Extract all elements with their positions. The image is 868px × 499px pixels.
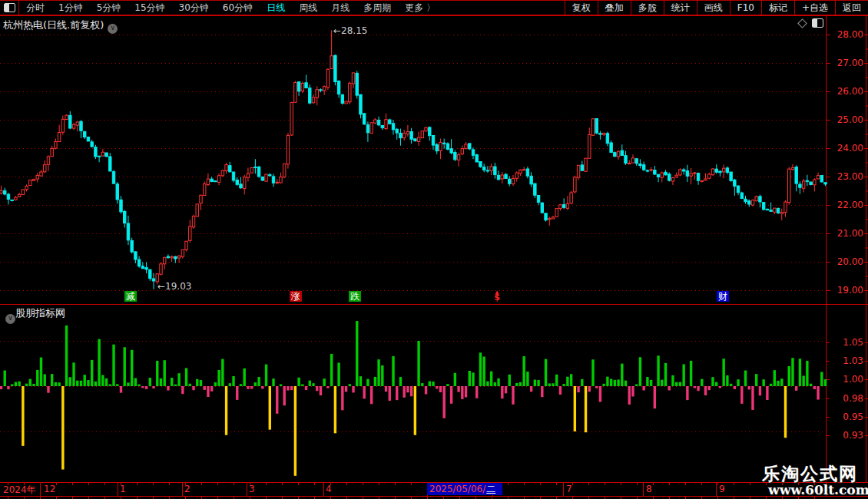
layout-button[interactable] bbox=[0, 1, 19, 15]
toolbar-button-7[interactable]: +自选 bbox=[795, 1, 836, 15]
cursor-date-highlight: 2025/05/06/二 bbox=[427, 483, 502, 495]
indicator-bar bbox=[250, 386, 253, 389]
candle bbox=[671, 178, 674, 181]
candle bbox=[229, 166, 231, 172]
indicator-bar bbox=[399, 377, 402, 386]
indicator-bar bbox=[177, 373, 180, 386]
indicator-bar bbox=[469, 371, 471, 386]
candle bbox=[131, 240, 133, 252]
month-label-8: 8 bbox=[646, 484, 652, 494]
candle bbox=[421, 131, 423, 138]
period-tab-2[interactable]: 5分钟 bbox=[90, 1, 128, 15]
candle bbox=[759, 197, 761, 202]
toolbar-button-1[interactable]: 叠加 bbox=[598, 1, 631, 15]
indicator-bar bbox=[490, 372, 492, 386]
month-label-2: 2 bbox=[184, 484, 190, 494]
indicator-bar bbox=[0, 386, 2, 389]
period-tab-0[interactable]: 分时 bbox=[19, 1, 51, 15]
chevron-down-icon: ∨ bbox=[5, 314, 15, 324]
toolbar-button-4[interactable]: 画线 bbox=[697, 1, 731, 15]
candle bbox=[679, 170, 681, 175]
candle bbox=[726, 168, 728, 173]
marker-$[interactable]: ▲$ bbox=[491, 291, 503, 302]
toolbar-button-2[interactable]: 多股 bbox=[631, 1, 664, 15]
candle bbox=[137, 259, 140, 266]
candle bbox=[715, 169, 717, 172]
candle bbox=[734, 180, 736, 186]
indicator-bar bbox=[196, 379, 198, 386]
split-window-icon[interactable] bbox=[812, 18, 823, 28]
toolbar-button-3[interactable]: 统计 bbox=[664, 1, 697, 15]
period-tab-7[interactable]: 周线 bbox=[292, 1, 324, 15]
indicator-bar bbox=[269, 386, 271, 430]
candle bbox=[297, 82, 300, 91]
period-tab-6[interactable]: 日线 bbox=[260, 1, 292, 15]
indicator-bar bbox=[406, 386, 409, 392]
month-label-1: 1 bbox=[120, 484, 126, 494]
candle bbox=[381, 125, 383, 127]
indicator-bar bbox=[534, 380, 536, 386]
indicator-bar bbox=[356, 321, 358, 386]
indicator-bar bbox=[737, 379, 739, 386]
indicator-bar bbox=[134, 378, 137, 386]
indicator-bar bbox=[18, 382, 20, 386]
indicator-bar bbox=[229, 383, 231, 386]
candle bbox=[494, 167, 496, 175]
candle bbox=[668, 174, 671, 180]
toolbar-button-8[interactable]: 返回 bbox=[836, 1, 868, 15]
indicator-bar bbox=[349, 384, 351, 386]
period-tab-8[interactable]: 月线 bbox=[324, 1, 356, 15]
indicator-bar bbox=[370, 386, 373, 404]
candle bbox=[646, 170, 648, 171]
indicator-bar bbox=[762, 379, 764, 386]
indicator-bar bbox=[675, 382, 678, 386]
chart-corner-icons bbox=[799, 18, 823, 28]
indicator-bar bbox=[442, 386, 445, 418]
toolbar-button-6[interactable]: 标记 bbox=[762, 1, 795, 15]
marker-跌[interactable]: 跌 bbox=[349, 291, 361, 302]
candle bbox=[301, 83, 303, 91]
candle bbox=[152, 279, 154, 281]
month-label-3: 3 bbox=[249, 484, 255, 494]
indicator-bar bbox=[654, 386, 656, 408]
marker-财[interactable]: 财 bbox=[717, 291, 729, 302]
marker-涨[interactable]: 涨 bbox=[290, 291, 302, 302]
candle bbox=[628, 164, 631, 164]
indicator-bar bbox=[210, 386, 213, 392]
indicator-bar bbox=[694, 386, 696, 388]
indicator-bar bbox=[305, 386, 307, 390]
indicator-bar bbox=[457, 386, 459, 392]
diamond-icon[interactable] bbox=[797, 18, 807, 28]
period-tab-9[interactable]: 多周期 bbox=[356, 1, 398, 15]
indicator-bar bbox=[87, 380, 89, 386]
candle bbox=[352, 73, 354, 84]
period-tab-1[interactable]: 1分钟 bbox=[51, 1, 90, 15]
indicator-bar bbox=[759, 386, 761, 395]
indicator-collapse[interactable]: ∨ bbox=[2, 307, 15, 324]
period-tab-4[interactable]: 30分钟 bbox=[172, 1, 216, 15]
indicator-bar bbox=[124, 347, 126, 386]
period-tab-5[interactable]: 60分钟 bbox=[216, 1, 260, 15]
period-tab-3[interactable]: 15分钟 bbox=[128, 1, 171, 15]
candle bbox=[570, 193, 572, 203]
indicator-bar bbox=[120, 386, 122, 393]
candle bbox=[18, 194, 20, 197]
marker-减[interactable]: 减 bbox=[124, 291, 137, 302]
chevron-down-icon[interactable]: ∨ bbox=[108, 24, 118, 34]
indicator-bar bbox=[454, 373, 456, 386]
candle bbox=[403, 134, 405, 138]
period-tab-10[interactable]: 更多 〉 bbox=[398, 1, 442, 15]
candle bbox=[436, 144, 438, 150]
toolbar-button-5[interactable]: F10 bbox=[731, 1, 762, 15]
indicator-bar bbox=[486, 382, 489, 386]
indicator-bar bbox=[167, 386, 169, 391]
candle bbox=[214, 181, 217, 182]
indicator-bar bbox=[294, 386, 297, 476]
indicator-bar bbox=[244, 368, 246, 386]
candle bbox=[196, 204, 198, 216]
indicator-bar bbox=[160, 378, 162, 386]
high-annotation: ←28.15 bbox=[333, 25, 367, 36]
toolbar-button-0[interactable]: 复权 bbox=[565, 1, 598, 15]
candle bbox=[446, 144, 449, 149]
candle bbox=[225, 165, 227, 171]
